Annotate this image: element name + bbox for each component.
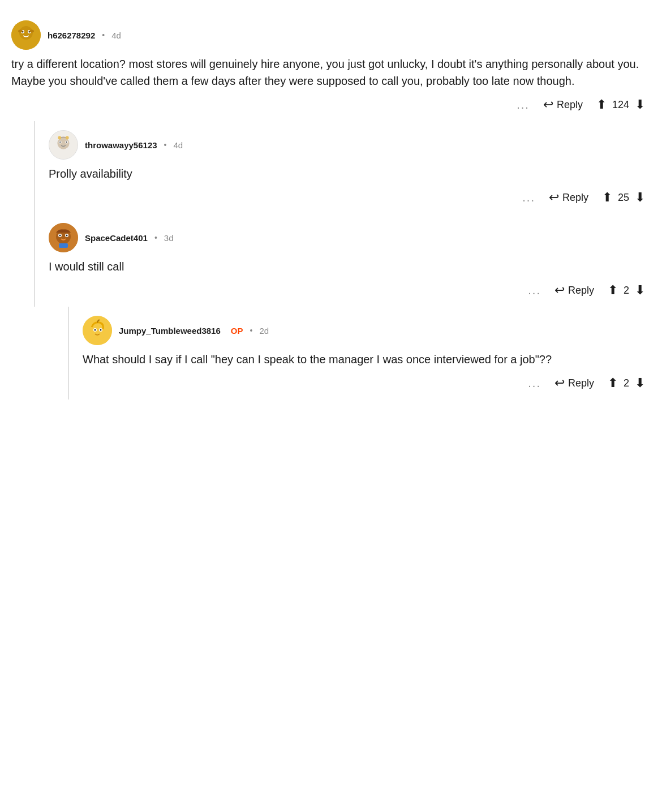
upvote-btn-4[interactable]: ⬆ (608, 376, 618, 390)
upvote-btn-1[interactable]: ⬆ (596, 97, 607, 112)
svg-point-20 (59, 235, 61, 237)
vote-group-2: ⬆ 25 ⬇ (602, 190, 645, 205)
reply-label-1: Reply (557, 99, 583, 111)
reply-label-4: Reply (568, 377, 594, 389)
vote-count-4: 2 (624, 377, 629, 389)
username-spacecadet401: SpaceCadet401 (85, 233, 148, 243)
svg-point-13 (66, 141, 67, 143)
dot-2: • (164, 140, 167, 149)
svg-point-12 (59, 141, 61, 143)
comment-body-1: try a different location? most stores wi… (11, 55, 651, 89)
username-h626278292: h626278292 (48, 31, 95, 40)
svg-point-6 (18, 30, 23, 33)
dot-3: • (154, 233, 157, 242)
reply-button-2[interactable]: ↩ Reply (549, 190, 588, 205)
comment-4: Jumpy_Tumbleweed3816 OP • 2d What should… (68, 307, 662, 399)
reply-icon-4: ↩ (554, 376, 565, 390)
more-options-1[interactable]: ... (517, 98, 530, 111)
comment-actions-4: ... ↩ Reply ⬆ 2 ⬇ (83, 376, 651, 390)
svg-point-14 (58, 136, 61, 140)
more-options-2[interactable]: ... (522, 191, 535, 204)
downvote-btn-3[interactable]: ⬇ (635, 283, 645, 298)
username-throwawayy56123: throwawayy56123 (85, 140, 157, 150)
reply-icon-3: ↩ (554, 283, 565, 298)
avatar-h626278292 (11, 20, 41, 50)
downvote-btn-1[interactable]: ⬇ (635, 97, 645, 112)
avatar-jumpy-tumbleweed3816 (83, 316, 112, 345)
reply-button-3[interactable]: ↩ Reply (554, 283, 594, 298)
svg-point-1 (19, 26, 33, 40)
vote-count-2: 25 (618, 192, 629, 204)
timestamp-3: 3d (164, 233, 174, 243)
comment-3: SpaceCadet401 • 3d I would still call ..… (34, 214, 662, 307)
reply-label-2: Reply (562, 192, 588, 204)
comment-actions-2: ... ↩ Reply ⬆ 25 ⬇ (49, 190, 651, 205)
svg-rect-22 (59, 243, 68, 248)
upvote-btn-3[interactable]: ⬆ (608, 283, 618, 298)
vote-group-1: ⬆ 124 ⬇ (596, 97, 645, 112)
comment-header-1: h626278292 • 4d (11, 20, 651, 50)
svg-point-7 (29, 30, 34, 33)
more-options-4[interactable]: ... (528, 377, 541, 390)
avatar-throwawayy56123 (49, 130, 78, 160)
op-badge: OP (231, 326, 243, 336)
timestamp-1: 4d (111, 31, 121, 40)
timestamp-2: 4d (173, 140, 183, 150)
comment-header-3: SpaceCadet401 • 3d (49, 223, 651, 252)
downvote-btn-2[interactable]: ⬇ (635, 190, 645, 205)
comment-actions-3: ... ↩ Reply ⬆ 2 ⬇ (49, 283, 651, 298)
comment-body-3: I would still call (49, 258, 651, 275)
comment-body-4: What should I say if I call "hey can I s… (83, 351, 651, 368)
reply-button-4[interactable]: ↩ Reply (554, 376, 594, 390)
vote-count-3: 2 (624, 285, 629, 297)
svg-point-28 (100, 329, 102, 331)
comment-body-2: Prolly availability (49, 165, 651, 182)
reply-label-3: Reply (568, 285, 594, 297)
svg-point-27 (94, 329, 96, 331)
avatar-spacecadet401 (49, 223, 78, 252)
more-options-3[interactable]: ... (528, 284, 541, 297)
vote-count-1: 124 (612, 99, 629, 111)
downvote-btn-4[interactable]: ⬇ (635, 376, 645, 390)
svg-point-15 (66, 136, 69, 140)
comment-header-2: throwawayy56123 • 4d (49, 130, 651, 160)
svg-point-21 (66, 235, 68, 237)
reply-icon-1: ↩ (543, 97, 553, 112)
reply-button-1[interactable]: ↩ Reply (543, 97, 583, 112)
comment-1: h626278292 • 4d try a different location… (0, 11, 662, 121)
dot-1: • (102, 31, 105, 40)
dot-4: • (250, 326, 252, 335)
comment-actions-1: ... ↩ Reply ⬆ 124 ⬇ (11, 97, 651, 112)
timestamp-4: 2d (259, 326, 269, 336)
reply-icon-2: ↩ (549, 190, 559, 205)
vote-group-3: ⬆ 2 ⬇ (608, 283, 645, 298)
username-jumpy-tumbleweed3816: Jumpy_Tumbleweed3816 (119, 326, 221, 336)
upvote-btn-2[interactable]: ⬆ (602, 190, 612, 205)
vote-group-4: ⬆ 2 ⬇ (608, 376, 645, 390)
comment-header-4: Jumpy_Tumbleweed3816 OP • 2d (83, 316, 651, 345)
comment-2: throwawayy56123 • 4d Prolly availability… (34, 121, 662, 214)
